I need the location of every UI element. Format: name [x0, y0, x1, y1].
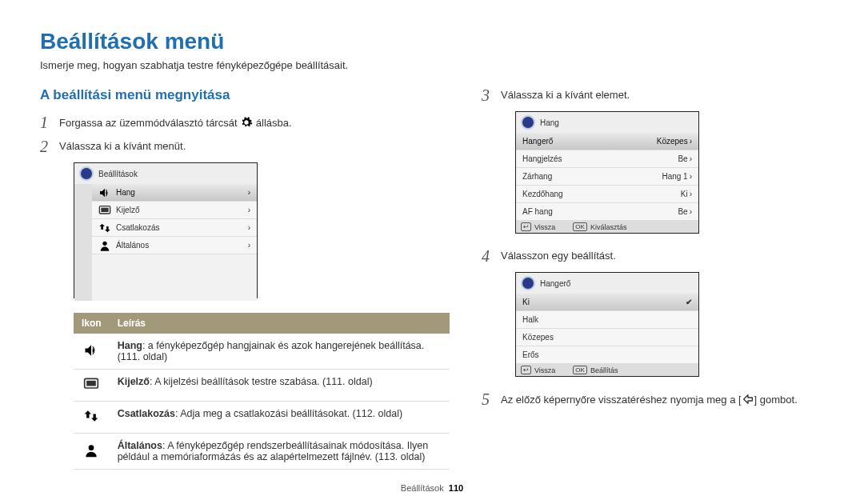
- display-icon: [74, 370, 110, 402]
- step-3: 3 Válassza ki a kívánt elemet.: [482, 87, 824, 103]
- check-icon: ✔: [686, 298, 692, 306]
- transfer-icon: [98, 222, 111, 234]
- person-icon: [98, 239, 111, 252]
- ok-icon: OK: [573, 366, 587, 374]
- row-label: Közepes: [522, 333, 554, 342]
- chevron-right-icon: ›: [690, 207, 692, 216]
- row-label: Csatlakozás: [116, 223, 159, 232]
- gear-icon: [240, 116, 253, 129]
- th-desc: Leírás: [110, 313, 450, 334]
- row-label: Hang: [116, 188, 135, 197]
- back-arrow-icon: [742, 393, 754, 406]
- row-label: Ki: [522, 298, 530, 306]
- panel-header: Hang: [516, 112, 698, 133]
- step-3-num: 3: [482, 87, 494, 103]
- step-4: 4 Válasszon egy beállítást.: [482, 248, 824, 264]
- panel-header: Hangerő: [516, 273, 698, 294]
- row-label: Zárhang: [522, 172, 552, 181]
- menu-row[interactable]: Közepes: [516, 329, 698, 346]
- step-3-text: Válassza ki a kívánt elemet.: [501, 87, 824, 101]
- desc-cell: Általános: A fényképezőgép rendszerbeáll…: [110, 434, 450, 470]
- table-row: Kijelző: A kijelzési beállítások testre …: [74, 370, 450, 402]
- chevron-right-icon: ›: [248, 223, 250, 232]
- row-label: Erős: [522, 350, 539, 359]
- back-label: Vissza: [534, 366, 555, 374]
- menu-row[interactable]: Kijelző›: [92, 202, 257, 219]
- row-label: Általános: [116, 241, 149, 250]
- panel-title: Hang: [540, 118, 559, 127]
- chevron-right-icon: ›: [690, 172, 692, 181]
- panel-title: Hangerő: [540, 279, 570, 288]
- dial-icon: [521, 115, 535, 130]
- speaker-icon: [98, 186, 111, 199]
- page-footer: Beállítások 110: [0, 483, 864, 493]
- panel-footer: ↩ Vissza OK Beállítás: [516, 364, 698, 376]
- page-title: Beállítások menü: [40, 29, 824, 54]
- step-1-text: Forgassa az üzemmódválasztó tárcsát állá…: [59, 114, 450, 129]
- transfer-icon: [74, 402, 110, 434]
- panel-title: Beállítások: [98, 170, 138, 178]
- speaker-icon: [74, 334, 110, 370]
- menu-row[interactable]: Ki✔: [516, 294, 698, 311]
- step-5-num: 5: [482, 391, 494, 407]
- row-value: Ki: [681, 190, 688, 198]
- menu-row[interactable]: Csatlakozás›: [92, 219, 257, 237]
- page-number: 110: [449, 483, 463, 493]
- menu-row[interactable]: HangjelzésBe ›: [516, 150, 698, 168]
- table-row: Hang: a fényképezőgép hangjainak és azok…: [74, 334, 450, 370]
- menu-row[interactable]: HangerőKözepes ›: [516, 133, 698, 150]
- desc-cell: Hang: a fényképezőgép hangjainak és azok…: [110, 334, 450, 370]
- menu-row[interactable]: KezdőhangKi ›: [516, 186, 698, 203]
- row-label: Kezdőhang: [522, 190, 563, 198]
- dial-icon: [521, 276, 535, 290]
- back-icon: ↩: [521, 366, 531, 374]
- back-icon: ↩: [521, 222, 531, 231]
- chevron-right-icon: ›: [248, 188, 250, 197]
- section-title: A beállítási menü megnyitása: [40, 87, 450, 103]
- row-label: Kijelző: [116, 206, 139, 214]
- row-value: Közepes: [657, 137, 688, 146]
- ok-label: Beállítás: [590, 366, 618, 374]
- step-5: 5 Az előző képernyőre visszatéréshez nyo…: [482, 391, 824, 407]
- row-value: Hang 1: [662, 172, 687, 181]
- menu-row[interactable]: AF hangBe ›: [516, 203, 698, 221]
- person-icon: [74, 434, 110, 470]
- row-label: Hangerő: [522, 137, 553, 146]
- row-label: AF hang: [522, 207, 553, 216]
- chevron-right-icon: ›: [248, 241, 250, 250]
- ok-icon: OK: [573, 222, 587, 231]
- row-label: Halk: [522, 315, 538, 324]
- description-table: Ikon Leírás Hang: a fényképezőgép hangja…: [74, 313, 450, 470]
- chevron-right-icon: ›: [690, 190, 692, 198]
- panel-footer: ↩ Vissza OK Kiválasztás: [516, 221, 698, 233]
- menu-row[interactable]: Halk: [516, 311, 698, 329]
- chevron-right-icon: ›: [248, 206, 250, 214]
- step-2: 2 Válassza ki a kívánt menüt.: [40, 138, 450, 154]
- th-icon: Ikon: [74, 313, 110, 334]
- display-icon: [98, 204, 111, 217]
- step-4-num: 4: [482, 248, 494, 264]
- menu-row[interactable]: ZárhangHang 1 ›: [516, 168, 698, 186]
- step-4-text: Válasszon egy beállítást.: [501, 248, 824, 262]
- step-2-num: 2: [40, 138, 53, 154]
- camera-panel-hangero: Hangerő Ki✔HalkKözepesErős ↩ Vissza OK B…: [515, 272, 699, 377]
- dial-icon: [79, 166, 94, 181]
- panel-sidebar: [74, 184, 92, 301]
- menu-row[interactable]: Általános›: [92, 237, 257, 254]
- page-subtitle: Ismerje meg, hogyan szabhatja testre fén…: [40, 59, 824, 71]
- row-value: Be: [678, 207, 687, 216]
- menu-row[interactable]: Hang›: [92, 184, 257, 202]
- step-5-text: Az előző képernyőre visszatéréshez nyomj…: [501, 391, 824, 406]
- ok-label: Kiválasztás: [590, 223, 627, 231]
- chevron-right-icon: ›: [690, 137, 692, 146]
- row-value: Be: [678, 154, 687, 163]
- desc-cell: Csatlakozás: Adja meg a csatlakozási beá…: [110, 402, 450, 434]
- menu-row[interactable]: Erős: [516, 346, 698, 364]
- footer-label: Beállítások: [401, 483, 444, 493]
- table-row: Csatlakozás: Adja meg a csatlakozási beá…: [74, 402, 450, 434]
- back-label: Vissza: [534, 223, 555, 231]
- table-row: Általános: A fényképezőgép rendszerbeáll…: [74, 434, 450, 470]
- step-2-text: Válassza ki a kívánt menüt.: [59, 138, 450, 152]
- panel-header: Beállítások: [74, 163, 257, 184]
- desc-cell: Kijelző: A kijelzési beállítások testre …: [110, 370, 450, 402]
